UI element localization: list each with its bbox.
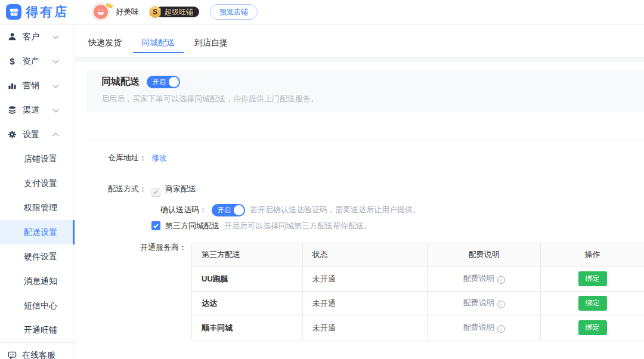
sidebar-subitem-hardware-settings[interactable]: 硬件设置: [0, 245, 75, 269]
providers-row: 开通服务商： 第三方配送 状态 配费说明 操作: [87, 243, 644, 341]
sidebar-item-settings[interactable]: 设置: [0, 122, 75, 147]
online-support-entry[interactable]: 在线客服: [0, 343, 75, 359]
warehouse-address-row: 仓库地址： 修改: [87, 153, 644, 163]
store-name: 好美味: [116, 7, 139, 17]
merchant-delivery-label: 商家配送: [165, 184, 196, 193]
fee-info-cell: 配费说明i: [428, 315, 541, 340]
chat-icon: [7, 350, 17, 359]
confirm-code-toggle[interactable]: 开启: [212, 204, 245, 216]
info-icon[interactable]: i: [497, 301, 505, 308]
sidebar-subitem-payment-settings[interactable]: 支付设置: [0, 171, 75, 196]
delivery-method-label: 配送方式：: [87, 184, 147, 231]
provider-name: 达达: [192, 291, 303, 315]
edit-address-link[interactable]: 修改: [151, 153, 167, 162]
info-icon[interactable]: i: [497, 276, 505, 284]
provider-status: 未开通: [302, 267, 428, 291]
third-party-option-row: 第三方同城配送 开启后可以选择同城第三方配送帮你配送。: [151, 221, 420, 231]
app-logo: 得有店: [6, 4, 76, 20]
sidebar-item-label: 资产: [23, 56, 39, 67]
layers-icon: [7, 105, 17, 115]
main-area: 快递发货 同城配送 到店自提 同城配送 开启 启用后，买家下单可以选择同城配送，…: [75, 24, 644, 359]
action-cell: 绑定: [541, 315, 644, 340]
chevron-down-icon: [53, 33, 59, 39]
gear-icon: [7, 129, 17, 140]
col-status: 状态: [302, 243, 428, 267]
confirm-code-label: 确认送达码：: [160, 205, 207, 215]
sidebar-subitem-message-notification[interactable]: 消息通知: [0, 269, 75, 293]
table-row: 顺丰同城 未开通 配费说明i 绑定: [192, 315, 644, 340]
action-cell: 绑定: [541, 291, 644, 315]
third-party-label: 第三方同城配送: [165, 221, 219, 231]
fee-info-cell: 配费说明i: [428, 267, 541, 291]
sidebar-item-customers[interactable]: 客户: [0, 24, 75, 49]
background-strip: [75, 57, 644, 62]
fee-info-cell: 配费说明i: [428, 291, 541, 315]
sidebar-item-channels[interactable]: 渠道: [0, 98, 75, 122]
table-header-row: 第三方配送 状态 配费说明 操作: [192, 243, 644, 267]
chevron-down-icon: [53, 82, 59, 88]
sidebar-item-label: 渠道: [23, 105, 39, 116]
sidebar-subitem-open-wangpu[interactable]: 开通旺铺: [0, 318, 75, 342]
third-party-checkbox[interactable]: [151, 221, 160, 230]
delivery-method-row: 配送方式： 商家配送 确认送达码： 开启 若开启确认送达验证码，需要送达后让用户…: [87, 184, 644, 231]
confirm-code-row: 确认送达码： 开启 若开启确认送达验证码，需要送达后让用户提供。: [160, 204, 420, 216]
provider-name: UU跑腿: [192, 267, 303, 291]
provider-name: 顺丰同城: [192, 315, 303, 340]
sidebar-subitem-permission-management[interactable]: 权限管理: [0, 196, 75, 220]
sidebar-item-label: 营销: [23, 81, 39, 91]
membership-badge: S 超级旺铺: [148, 5, 199, 18]
sidebar-item-label: 设置: [23, 129, 39, 140]
warehouse-address-label: 仓库地址：: [87, 153, 147, 163]
col-provider: 第三方配送: [192, 243, 303, 267]
preview-store-button[interactable]: 预览店铺: [210, 4, 258, 20]
action-cell: 绑定: [541, 267, 644, 291]
provider-status: 未开通: [302, 315, 428, 340]
app-name: 得有店: [26, 4, 69, 20]
providers-table: 第三方配送 状态 配费说明 操作 UU跑腿 未开通 配费: [191, 243, 644, 341]
badge-label: 超级旺铺: [156, 7, 199, 17]
sidebar-item-marketing[interactable]: 营销: [0, 73, 75, 98]
sidebar-item-assets[interactable]: $ 资产: [0, 49, 75, 73]
merchant-delivery-option: 商家配送: [151, 184, 420, 197]
customer-icon: [7, 32, 17, 42]
sidebar-subitem-sms-center[interactable]: 短信中心: [0, 293, 75, 318]
tab-store-pickup[interactable]: 到店自提: [194, 38, 228, 57]
bar-chart-icon: [7, 81, 17, 91]
confirm-code-hint: 若开启确认送达验证码，需要送达后让用户提供。: [250, 205, 420, 215]
section-description: 启用后，买家下单可以选择同城配送，由你提供上门配送服务。: [101, 94, 630, 104]
table-row: UU跑腿 未开通 配费说明i 绑定: [192, 267, 644, 291]
sidebar: 客户 $ 资产 营销 渠道 设置: [0, 24, 75, 359]
col-action: 操作: [541, 243, 644, 267]
toggle-knob: [234, 205, 244, 215]
table-row: 达达 未开通 配费说明i 绑定: [192, 291, 644, 315]
delivery-tabs: 快递发货 同城配送 到店自提: [75, 24, 644, 57]
settings-form: 仓库地址： 修改 配送方式： 商家配送 确认送达码： 开启: [87, 140, 644, 359]
city-delivery-toggle[interactable]: 开启: [147, 76, 180, 88]
col-fee-info: 配费说明: [428, 243, 541, 267]
bind-button[interactable]: 绑定: [578, 320, 607, 335]
storefront-logo-icon: [6, 4, 21, 20]
providers-label: 开通服务商：: [87, 243, 187, 341]
sidebar-subitem-delivery-settings[interactable]: 配送设置: [0, 220, 75, 245]
merchant-delivery-checkbox[interactable]: [151, 188, 160, 197]
city-delivery-panel: 同城配送 开启 启用后，买家下单可以选择同城配送，由你提供上门配送服务。 仓库地…: [75, 62, 644, 359]
sidebar-item-label: 客户: [23, 32, 39, 42]
chevron-up-icon: [53, 132, 59, 138]
tab-express-shipping[interactable]: 快递发货: [88, 38, 122, 57]
section-header: 同城配送 开启 启用后，买家下单可以选择同城配送，由你提供上门配送服务。: [87, 69, 644, 112]
top-header: 得有店 好美味 S 超级旺铺 预览店铺: [0, 0, 644, 24]
tab-city-delivery[interactable]: 同城配送: [141, 38, 175, 57]
dollar-icon: $: [7, 56, 17, 66]
info-icon[interactable]: i: [497, 325, 505, 333]
store-avatar[interactable]: [92, 3, 110, 21]
bind-button[interactable]: 绑定: [578, 296, 607, 311]
provider-status: 未开通: [302, 291, 428, 315]
chevron-down-icon: [53, 57, 59, 63]
chevron-down-icon: [53, 106, 59, 112]
sidebar-subitem-store-settings[interactable]: 店铺设置: [0, 147, 75, 171]
online-support-label: 在线客服: [22, 350, 55, 359]
third-party-hint: 开启后可以选择同城第三方配送帮你配送。: [224, 221, 371, 231]
section-title: 同城配送: [101, 76, 140, 88]
bind-button[interactable]: 绑定: [578, 271, 607, 286]
toggle-knob: [169, 77, 179, 87]
